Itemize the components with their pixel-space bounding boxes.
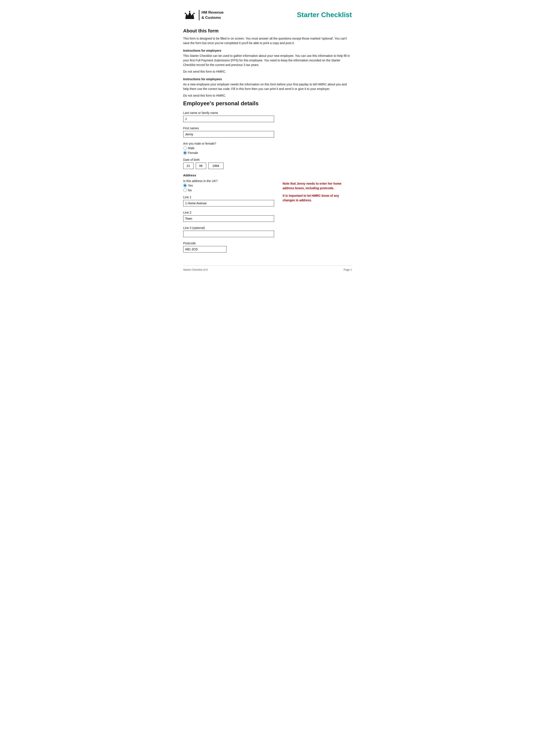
dob-year-input[interactable]	[208, 163, 223, 169]
logo-text: HM Revenue & Customs	[199, 10, 224, 20]
uk-no-option: No	[183, 189, 274, 192]
about-intro: This form is designed to be filled in on…	[183, 36, 352, 45]
line3-input[interactable]	[183, 231, 274, 237]
footer-version: Starter Checklist v3.0	[183, 268, 208, 271]
address-heading: Address	[183, 174, 352, 177]
svg-rect-0	[185, 18, 194, 19]
about-heading: About this form	[183, 28, 352, 34]
postcode-label: Postcode	[183, 241, 274, 245]
line2-group: Line 2	[183, 211, 274, 222]
crown-icon	[183, 9, 196, 22]
svg-point-1	[185, 13, 186, 14]
line2-label: Line 2	[183, 211, 274, 214]
employee-text: As a new employee your employer needs th…	[183, 82, 352, 91]
dob-inputs	[183, 163, 352, 169]
page-title: Starter Checklist	[297, 11, 352, 19]
gender-male-label: Male	[188, 146, 194, 150]
uk-no-label: No	[188, 189, 192, 192]
postcode-group: Postcode	[183, 241, 274, 253]
first-names-input[interactable]	[183, 131, 274, 138]
employee-details-section: Employee's personal details Last name or…	[183, 100, 352, 257]
dob-label: Date of birth	[183, 158, 352, 161]
svg-point-3	[189, 11, 190, 12]
first-names-group: First names	[183, 126, 352, 138]
last-name-group: Last name or family name	[183, 111, 352, 122]
svg-point-2	[193, 13, 195, 14]
dob-month-input[interactable]	[196, 163, 206, 169]
last-name-input[interactable]	[183, 116, 274, 122]
uk-yes-radio[interactable]	[183, 184, 187, 187]
do-not-send-2: Do not send this form to HMRC.	[183, 94, 352, 98]
employer-heading: Instructions for employers	[183, 49, 352, 52]
uk-no-radio[interactable]	[183, 189, 187, 192]
uk-address-question: Is this address in the UK?	[183, 179, 274, 183]
address-right: Note that Jenny needs to enter her home …	[283, 179, 352, 202]
uk-yes-option: Yes	[183, 184, 274, 187]
do-not-send-1: Do not send this form to HMRC.	[183, 69, 352, 74]
address-warning: It is important to let HMRC know of any …	[283, 194, 352, 202]
gender-female-radio[interactable]	[183, 151, 187, 154]
logo-section: HM Revenue & Customs	[183, 9, 224, 22]
line1-group: Line 1	[183, 196, 274, 206]
uk-yes-label: Yes	[188, 184, 193, 187]
line1-label: Line 1	[183, 196, 274, 199]
postcode-input[interactable]	[183, 246, 227, 253]
uk-address-group: Is this address in the UK? Yes No	[183, 179, 274, 192]
employer-text: This Starter Checklist can be used to ga…	[183, 54, 352, 67]
gender-male-radio[interactable]	[183, 146, 187, 150]
line3-label: Line 3 (optional)	[183, 226, 274, 230]
employee-heading: Instructions for employees	[183, 77, 352, 81]
address-note: Note that Jenny needs to enter her home …	[283, 181, 352, 190]
first-names-label: First names	[183, 126, 352, 130]
gender-male-option: Male	[183, 146, 352, 150]
address-layout: Is this address in the UK? Yes No Line 1	[183, 179, 352, 257]
gender-female-option: Female	[183, 151, 352, 154]
dob-day-input[interactable]	[183, 163, 194, 169]
page-header: HM Revenue & Customs Starter Checklist	[183, 9, 352, 22]
gender-group: Are you male or female? Male Female	[183, 142, 352, 154]
address-left: Is this address in the UK? Yes No Line 1	[183, 179, 274, 257]
dob-group: Date of birth	[183, 158, 352, 169]
line3-group: Line 3 (optional)	[183, 226, 274, 237]
page-footer: Starter Checklist v3.0 Page 1	[183, 265, 352, 271]
employee-details-heading: Employee's personal details	[183, 100, 352, 107]
line1-input[interactable]	[183, 200, 274, 206]
address-section: Address Is this address in the UK? Yes N…	[183, 174, 352, 257]
about-section: About this form This form is designed to…	[183, 28, 352, 98]
footer-page: Page 1	[344, 268, 352, 271]
gender-female-label: Female	[188, 151, 198, 154]
line2-input[interactable]	[183, 215, 274, 222]
last-name-label: Last name or family name	[183, 111, 352, 115]
gender-question: Are you male or female?	[183, 142, 352, 145]
